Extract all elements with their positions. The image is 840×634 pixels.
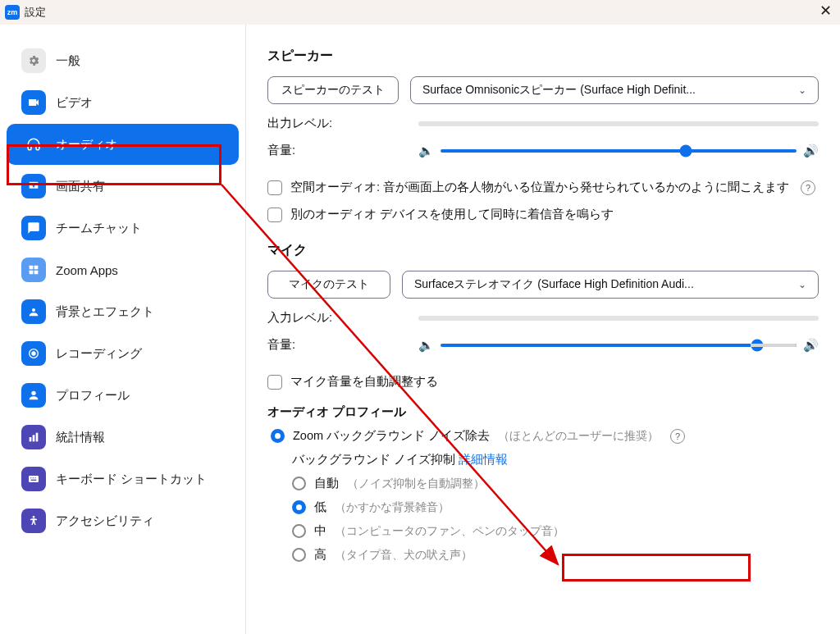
auto-adjust-checkbox[interactable] <box>267 375 282 390</box>
suppression-medium-label: 中 <box>314 523 326 539</box>
svg-point-12 <box>30 477 31 478</box>
chat-icon <box>21 216 46 240</box>
accessibility-icon <box>21 509 46 533</box>
window-titlebar: zm 設定 ✕ <box>0 0 840 25</box>
app-icon: zm <box>5 5 20 20</box>
svg-rect-15 <box>31 480 37 481</box>
sidebar-item-recording[interactable]: レコーディング <box>7 333 239 374</box>
input-level-meter <box>418 316 819 321</box>
record-icon <box>21 341 46 366</box>
suppression-high-radio[interactable] <box>292 548 306 562</box>
headphones-icon <box>21 132 46 157</box>
sidebar-item-stats[interactable]: 統計情報 <box>7 417 239 458</box>
auto-adjust-label: マイク音量を自動調整する <box>290 374 438 390</box>
sidebar-label: プロフィール <box>56 388 130 404</box>
content-panel: スピーカー スピーカーのテスト Surface Omnisonicスピーカー (… <box>246 25 840 634</box>
sidebar: 一般 ビデオ オーディオ 画面共有 チームチャット Zoom Apps 背景とエ… <box>0 25 246 634</box>
keyboard-icon <box>21 467 46 491</box>
chevron-down-icon: ⌄ <box>798 279 806 290</box>
sidebar-label: Zoom Apps <box>56 263 118 277</box>
sidebar-label: アクセシビリティ <box>56 513 154 529</box>
suppression-auto-label: 自動 <box>314 476 339 491</box>
suppression-medium-radio[interactable] <box>292 524 306 538</box>
sidebar-label: チームチャット <box>56 221 142 236</box>
sidebar-item-keyboard[interactable]: キーボード ショートカット <box>7 458 239 499</box>
suppression-high-note: （タイプ音、犬の吠え声） <box>335 548 472 563</box>
sidebar-label: キーボード ショートカット <box>56 472 207 487</box>
speaker-volume-slider[interactable]: 🔈 🔊 <box>418 144 819 158</box>
zoom-noise-note: （ほとんどのユーザーに推奨） <box>498 429 659 444</box>
close-icon[interactable]: ✕ <box>819 3 832 18</box>
speaker-device-value: Surface Omnisonicスピーカー (Surface High Def… <box>422 83 696 98</box>
speaker-test-button[interactable]: スピーカーのテスト <box>267 76 399 104</box>
sidebar-item-general[interactable]: 一般 <box>7 40 239 81</box>
sidebar-label: 一般 <box>56 53 80 69</box>
sidebar-item-chat[interactable]: チームチャット <box>7 208 239 249</box>
audio-profile-heading: オーディオ プロフィール <box>267 404 819 420</box>
sidebar-label: オーディオ <box>56 137 117 153</box>
suppression-low-note: （かすかな背景雑音） <box>335 500 450 515</box>
sidebar-label: 統計情報 <box>56 430 105 445</box>
stats-icon <box>21 425 46 449</box>
sidebar-item-profile[interactable]: プロフィール <box>7 375 239 416</box>
input-level-label: 入力レベル: <box>267 310 407 326</box>
svg-rect-0 <box>30 266 34 270</box>
sidebar-item-share[interactable]: 画面共有 <box>7 166 239 207</box>
suppression-low-radio[interactable] <box>292 500 306 514</box>
sidebar-item-audio[interactable]: オーディオ <box>7 124 239 165</box>
speaker-device-select[interactable]: Surface Omnisonicスピーカー (Surface High Def… <box>410 76 819 104</box>
suppression-auto-note: （ノイズ抑制を自動調整） <box>347 477 485 491</box>
svg-point-16 <box>33 516 35 518</box>
sidebar-item-accessibility[interactable]: アクセシビリティ <box>7 500 239 541</box>
mic-device-select[interactable]: Surfaceステレオマイク (Surface High Definition … <box>402 271 819 299</box>
bg-suppression-label: バックグラウンド ノイズ抑制 <box>292 453 455 466</box>
window-title: 設定 <box>25 5 46 20</box>
volume-high-icon: 🔊 <box>803 144 819 158</box>
svg-point-13 <box>33 477 34 478</box>
suppression-medium-note: （コンピュータのファン、ペンのタップ音） <box>335 524 564 539</box>
svg-point-14 <box>34 477 35 478</box>
help-icon[interactable]: ? <box>670 429 685 444</box>
share-screen-icon <box>21 174 46 198</box>
more-info-link[interactable]: 詳細情報 <box>459 453 508 466</box>
svg-rect-11 <box>29 476 39 482</box>
spatial-audio-checkbox[interactable] <box>267 180 282 195</box>
speaker-heading: スピーカー <box>267 48 819 65</box>
chevron-down-icon: ⌄ <box>798 84 806 96</box>
output-level-meter <box>418 121 819 126</box>
sidebar-label: 画面共有 <box>56 179 105 194</box>
zoom-noise-radio[interactable] <box>271 429 285 443</box>
sidebar-label: ビデオ <box>56 95 93 111</box>
separate-ringtone-label: 別のオーディオ デバイスを使用して同時に着信音を鳴らす <box>290 207 614 222</box>
svg-rect-8 <box>30 437 32 441</box>
sidebar-label: レコーディング <box>56 346 142 362</box>
svg-point-7 <box>31 391 35 395</box>
gear-icon <box>21 48 46 73</box>
output-level-label: 出力レベル: <box>267 116 407 131</box>
profile-icon <box>21 383 46 408</box>
mic-device-value: Surfaceステレオマイク (Surface High Definition … <box>414 277 694 292</box>
suppression-auto-radio[interactable] <box>292 477 306 490</box>
sidebar-label: 背景とエフェクト <box>56 304 154 320</box>
svg-point-6 <box>31 351 35 355</box>
apps-icon <box>21 258 46 282</box>
mic-test-button[interactable]: マイクのテスト <box>267 271 390 299</box>
mic-heading: マイク <box>267 242 819 259</box>
sidebar-item-background[interactable]: 背景とエフェクト <box>7 291 239 332</box>
speaker-volume-label: 音量: <box>267 143 407 158</box>
mic-volume-label: 音量: <box>267 337 407 353</box>
svg-rect-2 <box>30 271 34 275</box>
mic-volume-slider[interactable]: 🔈 🔊 <box>418 338 819 353</box>
video-icon <box>21 90 46 115</box>
spatial-audio-label: 空間オーディオ: 音が画面上の各人物がいる位置から発せられているかのように聞こえ… <box>290 180 789 195</box>
help-icon[interactable]: ? <box>801 180 815 195</box>
sidebar-item-zoom-apps[interactable]: Zoom Apps <box>7 249 239 290</box>
separate-ringtone-checkbox[interactable] <box>267 208 282 222</box>
svg-rect-9 <box>33 435 35 441</box>
svg-point-4 <box>32 308 35 312</box>
svg-rect-1 <box>34 266 39 270</box>
volume-low-icon: 🔈 <box>418 144 434 158</box>
volume-high-icon: 🔊 <box>803 338 819 353</box>
zoom-noise-label: Zoom バックグラウンド ノイズ除去 <box>293 428 490 444</box>
sidebar-item-video[interactable]: ビデオ <box>7 82 239 123</box>
